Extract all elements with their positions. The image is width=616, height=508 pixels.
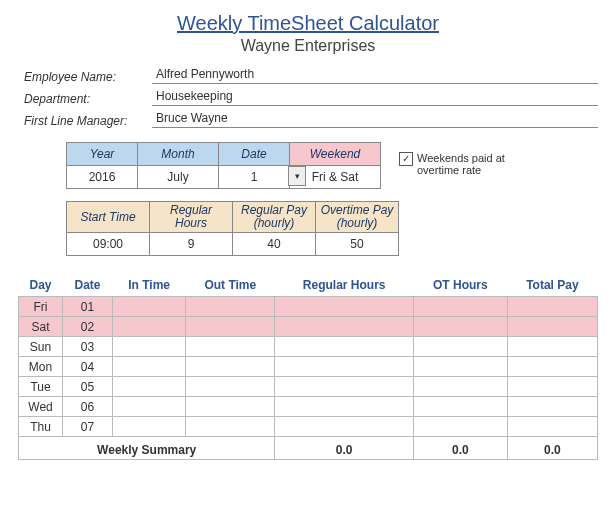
table-row: Sat02 xyxy=(19,317,598,337)
start-time-header: Start Time xyxy=(67,202,150,233)
total-cell xyxy=(507,357,597,377)
in-cell[interactable] xyxy=(113,417,186,437)
in-cell[interactable] xyxy=(113,397,186,417)
day-cell: Fri xyxy=(19,297,63,317)
date-cell: 04 xyxy=(63,357,113,377)
in-cell[interactable] xyxy=(113,357,186,377)
date-cell: 02 xyxy=(63,317,113,337)
overtime-option-label: Weekends paid at overtime rate xyxy=(417,152,517,176)
ot-cell xyxy=(413,357,507,377)
col-reg: Regular Hours xyxy=(275,274,414,297)
table-row: Sun03 xyxy=(19,337,598,357)
date-cell: 05 xyxy=(63,377,113,397)
total-cell xyxy=(507,377,597,397)
manager-label: First Line Manager: xyxy=(24,114,152,128)
table-row: Wed06 xyxy=(19,397,598,417)
start-time-cell[interactable]: 09:00 xyxy=(67,233,150,256)
day-cell: Mon xyxy=(19,357,63,377)
total-cell xyxy=(507,337,597,357)
year-cell[interactable]: 2016 xyxy=(67,166,138,189)
out-cell[interactable] xyxy=(186,297,275,317)
total-cell xyxy=(507,397,597,417)
col-out: Out Time xyxy=(186,274,275,297)
table-row: Thu07 xyxy=(19,417,598,437)
summary-row: Weekly Summary 0.0 0.0 0.0 xyxy=(19,437,598,460)
summary-reg: 0.0 xyxy=(275,437,414,460)
col-in: In Time xyxy=(113,274,186,297)
ot-cell xyxy=(413,337,507,357)
ot-cell xyxy=(413,297,507,317)
table-row: Tue05 xyxy=(19,377,598,397)
reg-cell xyxy=(275,317,414,337)
date-cell: 03 xyxy=(63,337,113,357)
reg-hours-cell[interactable]: 9 xyxy=(150,233,233,256)
ot-cell xyxy=(413,397,507,417)
out-cell[interactable] xyxy=(186,357,275,377)
department-field[interactable]: Housekeeping xyxy=(152,87,598,106)
reg-cell xyxy=(275,417,414,437)
total-cell xyxy=(507,297,597,317)
checkbox-icon[interactable]: ✓ xyxy=(399,152,413,166)
date-cell[interactable]: 1 ▾ xyxy=(219,166,290,189)
month-cell[interactable]: July xyxy=(138,166,219,189)
reg-hours-header: Regular Hours xyxy=(150,202,233,233)
reg-cell xyxy=(275,337,414,357)
weekend-header: Weekend xyxy=(290,143,381,166)
year-header: Year xyxy=(67,143,138,166)
ot-pay-cell[interactable]: 50 xyxy=(316,233,399,256)
department-label: Department: xyxy=(24,92,152,106)
summary-total: 0.0 xyxy=(507,437,597,460)
date-value: 1 xyxy=(251,170,258,184)
ot-cell xyxy=(413,377,507,397)
day-cell: Thu xyxy=(19,417,63,437)
date-header: Date xyxy=(219,143,290,166)
day-cell: Sat xyxy=(19,317,63,337)
col-ot: OT Hours xyxy=(413,274,507,297)
day-cell: Wed xyxy=(19,397,63,417)
ot-cell xyxy=(413,417,507,437)
out-cell[interactable] xyxy=(186,317,275,337)
in-cell[interactable] xyxy=(113,317,186,337)
in-cell[interactable] xyxy=(113,297,186,317)
employee-name-field[interactable]: Alfred Pennyworth xyxy=(152,65,598,84)
col-date: Date xyxy=(63,274,113,297)
reg-cell xyxy=(275,357,414,377)
month-header: Month xyxy=(138,143,219,166)
out-cell[interactable] xyxy=(186,337,275,357)
out-cell[interactable] xyxy=(186,417,275,437)
page-title: Weekly TimeSheet Calculator xyxy=(18,12,598,35)
col-total: Total Pay xyxy=(507,274,597,297)
company-name: Wayne Enterprises xyxy=(18,37,598,55)
period-table: Year Month Date Weekend 2016 July 1 ▾ Fr… xyxy=(66,142,381,189)
ot-cell xyxy=(413,317,507,337)
in-cell[interactable] xyxy=(113,337,186,357)
day-cell: Tue xyxy=(19,377,63,397)
day-cell: Sun xyxy=(19,337,63,357)
table-row: Mon04 xyxy=(19,357,598,377)
in-cell[interactable] xyxy=(113,377,186,397)
manager-field[interactable]: Bruce Wayne xyxy=(152,109,598,128)
out-cell[interactable] xyxy=(186,377,275,397)
out-cell[interactable] xyxy=(186,397,275,417)
date-cell: 01 xyxy=(63,297,113,317)
reg-cell xyxy=(275,297,414,317)
total-cell xyxy=(507,317,597,337)
ot-pay-header: Overtime Pay (hourly) xyxy=(316,202,399,233)
reg-pay-header: Regular Pay (hourly) xyxy=(233,202,316,233)
date-cell: 07 xyxy=(63,417,113,437)
col-day: Day xyxy=(19,274,63,297)
date-cell: 06 xyxy=(63,397,113,417)
summary-label: Weekly Summary xyxy=(19,437,275,460)
table-row: Fri01 xyxy=(19,297,598,317)
pay-table: Start Time Regular Hours Regular Pay (ho… xyxy=(66,201,399,256)
timesheet-table: Day Date In Time Out Time Regular Hours … xyxy=(18,274,598,460)
employee-name-label: Employee Name: xyxy=(24,70,152,84)
summary-ot: 0.0 xyxy=(413,437,507,460)
chevron-down-icon[interactable]: ▾ xyxy=(288,166,306,186)
employee-info: Employee Name: Alfred Pennyworth Departm… xyxy=(24,65,598,128)
total-cell xyxy=(507,417,597,437)
reg-cell xyxy=(275,377,414,397)
reg-pay-cell[interactable]: 40 xyxy=(233,233,316,256)
reg-cell xyxy=(275,397,414,417)
overtime-option[interactable]: ✓ Weekends paid at overtime rate xyxy=(399,152,517,176)
